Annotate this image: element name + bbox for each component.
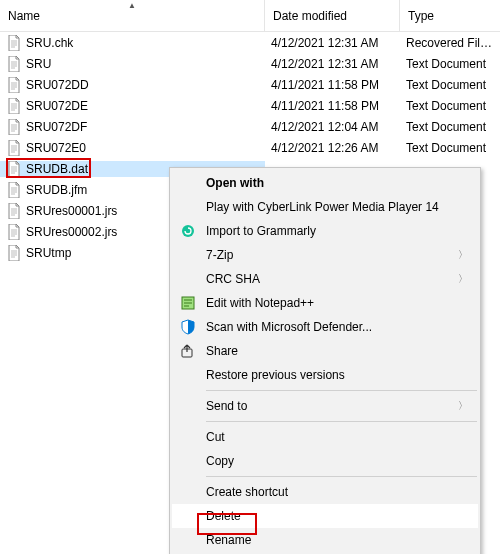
file-icon — [6, 98, 22, 114]
file-type-cell: Text Document — [400, 99, 500, 113]
column-label: Type — [408, 9, 434, 23]
menu-label: Send to — [206, 399, 247, 413]
menu-copy[interactable]: Copy — [172, 449, 478, 473]
sort-ascending-icon: ▲ — [128, 1, 136, 10]
file-name-cell: SRU072DF — [0, 119, 265, 135]
file-date-cell: 4/12/2021 12:04 AM — [265, 120, 400, 134]
menu-label: Rename — [206, 533, 251, 547]
file-name-cell: SRU072E0 — [0, 140, 265, 156]
column-label: Date modified — [273, 9, 347, 23]
file-icon — [6, 182, 22, 198]
file-name-text: SRUDB.dat — [26, 162, 88, 176]
file-date-cell: 4/11/2021 11:58 PM — [265, 99, 400, 113]
menu-label: CRC SHA — [206, 272, 260, 286]
file-date-cell: 4/11/2021 11:58 PM — [265, 78, 400, 92]
menu-open-with[interactable]: Open with — [172, 171, 478, 195]
file-type-cell: Text Document — [400, 141, 500, 155]
submenu-arrow-icon: 〉 — [458, 399, 468, 413]
file-row[interactable]: SRU072DF4/12/2021 12:04 AMText Document — [0, 116, 500, 137]
file-row[interactable]: SRU4/12/2021 12:31 AMText Document — [0, 53, 500, 74]
file-type-cell: Recovered File Fr — [400, 36, 500, 50]
menu-scan-defender[interactable]: Scan with Microsoft Defender... — [172, 315, 478, 339]
menu-rename[interactable]: Rename — [172, 528, 478, 552]
column-header-type[interactable]: Type — [400, 0, 500, 31]
menu-create-shortcut[interactable]: Create shortcut — [172, 480, 478, 504]
file-icon — [6, 161, 22, 177]
file-name-text: SRUDB.jfm — [26, 183, 87, 197]
notepadpp-icon — [180, 295, 196, 311]
file-icon — [6, 56, 22, 72]
menu-label: Cut — [206, 430, 225, 444]
menu-cut[interactable]: Cut — [172, 425, 478, 449]
file-date-cell: 4/12/2021 12:31 AM — [265, 36, 400, 50]
column-header-name[interactable]: Name ▲ — [0, 0, 265, 31]
file-row[interactable]: SRU072E04/12/2021 12:26 AMText Document — [0, 137, 500, 158]
file-name-text: SRU072DF — [26, 120, 87, 134]
file-name-cell: SRU.chk — [0, 35, 265, 51]
file-date-cell: 4/12/2021 12:26 AM — [265, 141, 400, 155]
file-name-text: SRU.chk — [26, 36, 73, 50]
menu-send-to[interactable]: Send to〉 — [172, 394, 478, 418]
file-icon — [6, 245, 22, 261]
file-row[interactable]: SRU072DD4/11/2021 11:58 PMText Document — [0, 74, 500, 95]
file-icon — [6, 203, 22, 219]
file-name-text: SRU072DD — [26, 78, 89, 92]
menu-label: Delete — [206, 509, 241, 523]
file-row[interactable]: SRU.chk4/12/2021 12:31 AMRecovered File … — [0, 32, 500, 53]
submenu-arrow-icon: 〉 — [458, 272, 468, 286]
file-type-cell: Text Document — [400, 120, 500, 134]
file-row[interactable]: SRU072DE4/11/2021 11:58 PMText Document — [0, 95, 500, 116]
column-header-row: Name ▲ Date modified Type — [0, 0, 500, 32]
menu-edit-notepadpp[interactable]: Edit with Notepad++ — [172, 291, 478, 315]
file-icon — [6, 35, 22, 51]
menu-label: Scan with Microsoft Defender... — [206, 320, 372, 334]
file-icon — [6, 224, 22, 240]
file-icon — [6, 119, 22, 135]
menu-separator — [206, 390, 477, 391]
file-name-text: SRU072DE — [26, 99, 88, 113]
svg-point-0 — [182, 225, 194, 237]
file-icon — [6, 140, 22, 156]
menu-delete[interactable]: Delete — [172, 504, 478, 528]
defender-shield-icon — [180, 319, 196, 335]
menu-share[interactable]: Share — [172, 339, 478, 363]
menu-label: 7-Zip — [206, 248, 233, 262]
menu-7zip[interactable]: 7-Zip〉 — [172, 243, 478, 267]
file-name-text: SRUres00001.jrs — [26, 204, 117, 218]
menu-restore-previous[interactable]: Restore previous versions — [172, 363, 478, 387]
file-icon — [6, 77, 22, 93]
menu-label: Copy — [206, 454, 234, 468]
submenu-arrow-icon: 〉 — [458, 248, 468, 262]
file-name-text: SRUtmp — [26, 246, 71, 260]
menu-separator — [206, 421, 477, 422]
grammarly-icon — [180, 223, 196, 239]
column-label: Name — [8, 9, 40, 23]
column-header-date[interactable]: Date modified — [265, 0, 400, 31]
file-type-cell: Text Document — [400, 78, 500, 92]
file-name-cell: SRU — [0, 56, 265, 72]
menu-label: Play with CyberLink Power Media Player 1… — [206, 200, 439, 214]
file-name-text: SRUres00002.jrs — [26, 225, 117, 239]
menu-label: Import to Grammarly — [206, 224, 316, 238]
file-name-text: SRU072E0 — [26, 141, 86, 155]
file-name-cell: SRU072DE — [0, 98, 265, 114]
file-name-text: SRU — [26, 57, 51, 71]
menu-label: Create shortcut — [206, 485, 288, 499]
menu-label: Edit with Notepad++ — [206, 296, 314, 310]
file-name-cell: SRU072DD — [0, 77, 265, 93]
menu-crc-sha[interactable]: CRC SHA〉 — [172, 267, 478, 291]
share-icon — [180, 343, 196, 359]
file-date-cell: 4/12/2021 12:31 AM — [265, 57, 400, 71]
menu-separator — [206, 476, 477, 477]
menu-label: Share — [206, 344, 238, 358]
menu-import-grammarly[interactable]: Import to Grammarly — [172, 219, 478, 243]
menu-play-cyberlink[interactable]: Play with CyberLink Power Media Player 1… — [172, 195, 478, 219]
file-type-cell: Text Document — [400, 57, 500, 71]
menu-label: Restore previous versions — [206, 368, 345, 382]
context-menu: Open with Play with CyberLink Power Medi… — [169, 167, 481, 554]
menu-label: Open with — [206, 176, 264, 190]
